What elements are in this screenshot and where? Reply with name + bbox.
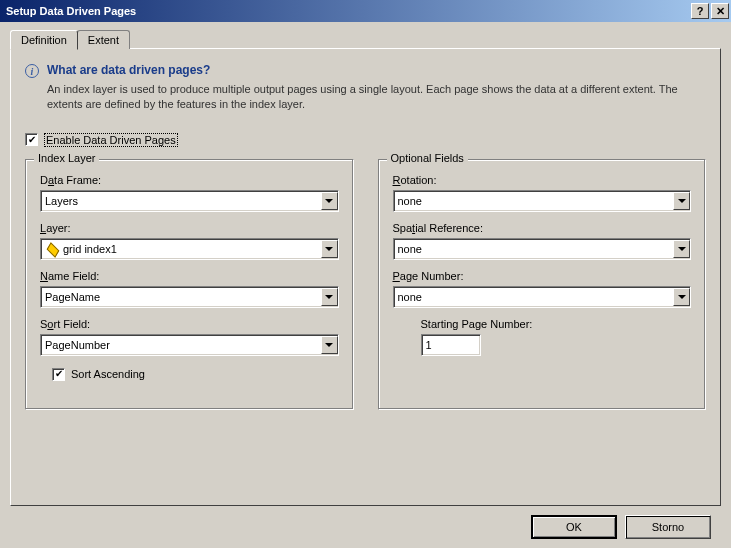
data-frame-field: Data Frame: Layers <box>40 174 339 212</box>
rotation-field: Rotation: none <box>393 174 692 212</box>
rotation-value: none <box>394 195 674 207</box>
dialog-title: Setup Data Driven Pages <box>6 5 689 17</box>
sort-ascending-checkbox[interactable]: ✔ <box>52 368 65 381</box>
tab-extent[interactable]: Extent <box>77 30 130 49</box>
layer-label: Layer: <box>40 222 339 234</box>
info-icon: i <box>25 64 39 78</box>
spatial-reference-value: none <box>394 243 674 255</box>
info-heading-row: i What are data driven pages? <box>25 63 706 78</box>
name-field-value: PageName <box>41 291 321 303</box>
enable-ddp-checkbox[interactable]: ✔ <box>25 133 38 146</box>
sort-field-dropdown[interactable]: PageNumber <box>40 334 339 356</box>
chevron-down-icon <box>325 295 333 299</box>
sort-ascending-label: Sort Ascending <box>71 368 145 380</box>
starting-page-input[interactable] <box>421 334 481 356</box>
columns: Index Layer Data Frame: Layers Layer: gr… <box>25 159 706 410</box>
starting-page-field: Starting Page Number: <box>421 318 692 356</box>
tab-definition[interactable]: Definition <box>10 30 78 50</box>
layer-dropdown-button[interactable] <box>321 240 338 258</box>
spatial-reference-dropdown-button[interactable] <box>673 240 690 258</box>
tab-extent-label: Extent <box>88 34 119 46</box>
index-layer-legend: Index Layer <box>34 152 99 164</box>
layer-value: grid index1 <box>41 243 321 255</box>
rotation-dropdown[interactable]: none <box>393 190 692 212</box>
spatial-reference-field: Spatial Reference: none <box>393 222 692 260</box>
spatial-reference-label: Spatial Reference: <box>393 222 692 234</box>
data-frame-label: Data Frame: <box>40 174 339 186</box>
chevron-down-icon <box>678 199 686 203</box>
index-layer-group: Index Layer Data Frame: Layers Layer: gr… <box>25 159 354 410</box>
data-frame-dropdown-button[interactable] <box>321 192 338 210</box>
optional-fields-legend: Optional Fields <box>387 152 468 164</box>
page-number-dropdown[interactable]: none <box>393 286 692 308</box>
data-frame-dropdown[interactable]: Layers <box>40 190 339 212</box>
page-number-value: none <box>394 291 674 303</box>
tab-panel-definition: i What are data driven pages? An index l… <box>10 48 721 506</box>
page-number-label: Page Number: <box>393 270 692 282</box>
name-field-label: Name Field: <box>40 270 339 282</box>
sort-ascending-row: ✔ Sort Ascending <box>52 368 339 381</box>
tab-strip: Definition Extent <box>10 30 721 49</box>
page-number-dropdown-button[interactable] <box>673 288 690 306</box>
close-button[interactable]: ✕ <box>711 3 729 19</box>
dialog-body: Definition Extent i What are data driven… <box>0 22 731 547</box>
close-icon: ✕ <box>716 5 725 18</box>
dialog-buttons: OK Storno <box>10 507 721 539</box>
help-button[interactable]: ? <box>691 3 709 19</box>
rotation-dropdown-button[interactable] <box>673 192 690 210</box>
titlebar: Setup Data Driven Pages ? ✕ <box>0 0 731 22</box>
chevron-down-icon <box>325 343 333 347</box>
page-number-field: Page Number: none <box>393 270 692 308</box>
layer-icon <box>45 243 59 255</box>
layer-dropdown[interactable]: grid index1 <box>40 238 339 260</box>
name-field-dropdown[interactable]: PageName <box>40 286 339 308</box>
ok-button[interactable]: OK <box>531 515 617 539</box>
optional-fields-group: Optional Fields Rotation: none Spatial R… <box>378 159 707 410</box>
info-description: An index layer is used to produce multip… <box>47 82 706 113</box>
layer-value-text: grid index1 <box>63 243 117 255</box>
layer-field: Layer: grid index1 <box>40 222 339 260</box>
chevron-down-icon <box>325 247 333 251</box>
info-heading: What are data driven pages? <box>47 63 210 77</box>
cancel-button[interactable]: Storno <box>625 515 711 539</box>
sort-field-dropdown-button[interactable] <box>321 336 338 354</box>
sort-field: Sort Field: PageNumber <box>40 318 339 356</box>
data-frame-value: Layers <box>41 195 321 207</box>
enable-ddp-row: ✔ Enable Data Driven Pages <box>25 133 706 147</box>
chevron-down-icon <box>678 295 686 299</box>
enable-ddp-label: Enable Data Driven Pages <box>44 133 178 147</box>
tab-definition-label: Definition <box>21 34 67 46</box>
chevron-down-icon <box>325 199 333 203</box>
checkmark-icon: ✔ <box>28 135 36 145</box>
sort-field-value: PageNumber <box>41 339 321 351</box>
name-field: Name Field: PageName <box>40 270 339 308</box>
spatial-reference-dropdown[interactable]: none <box>393 238 692 260</box>
sort-field-label: Sort Field: <box>40 318 339 330</box>
checkmark-icon: ✔ <box>55 369 63 379</box>
starting-page-label: Starting Page Number: <box>421 318 692 330</box>
rotation-label: Rotation: <box>393 174 692 186</box>
name-field-dropdown-button[interactable] <box>321 288 338 306</box>
chevron-down-icon <box>678 247 686 251</box>
